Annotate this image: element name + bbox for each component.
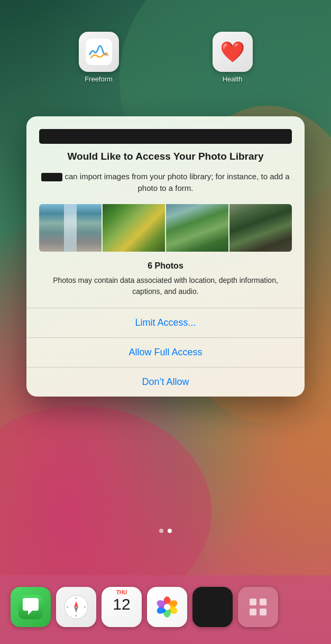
svg-rect-0 [86,39,112,65]
health-app[interactable]: ❤️ Health [213,32,253,83]
dialog-content: Would Like to Access Your Photo Library … [26,116,305,308]
photo-cell-3 [166,204,228,252]
photos-info: Photos may contain data associated with … [39,275,292,308]
dock-grid-icon[interactable] [238,587,278,627]
photo-cell-1 [39,204,102,252]
svg-rect-17 [250,599,256,605]
photo-cell-4 [229,204,292,252]
page-dot-1 [159,529,163,533]
dialog-description: can import images from your photo librar… [39,171,292,195]
calendar-inner: THU 12 [102,587,142,627]
dock-messages-icon[interactable] [11,587,51,627]
app-name-inline-redacted [41,173,62,181]
page-dots [0,529,331,533]
photos-count: 6 Photos [39,261,292,271]
health-icon: ❤️ [213,32,253,72]
dont-allow-button[interactable]: Don’t Allow [26,367,305,397]
limit-access-button[interactable]: Limit Access... [26,308,305,338]
dock-photos-icon[interactable] [147,587,187,627]
svg-point-16 [164,604,170,610]
dialog-title: Would Like to Access Your Photo Library [39,150,292,163]
photo-leaves-img [103,204,165,252]
freeform-label: Freeform [85,75,113,83]
dialog-description-text: can import images from your photo librar… [65,172,289,193]
dock-calendar-icon[interactable]: THU 12 [102,587,142,627]
home-screen-icons: Freeform ❤️ Health [0,32,331,83]
freeform-app[interactable]: Freeform [79,32,119,83]
allow-full-access-button[interactable]: Allow Full Access [26,338,305,367]
svg-point-3 [67,597,86,617]
calendar-day: 12 [113,595,130,613]
dock: THU 12 [0,575,331,644]
photo-grass-img [166,204,228,252]
photo-grid [39,204,292,252]
dock-safari-icon[interactable] [56,587,96,627]
app-name-redacted [39,129,292,144]
photo-rocks-img [229,204,292,252]
calendar-month: THU [116,590,127,595]
svg-rect-20 [260,609,266,615]
photo-cell-2 [103,204,165,252]
health-label: Health [223,75,243,83]
svg-rect-19 [250,609,256,615]
dock-redacted-icon[interactable] [192,587,233,627]
svg-rect-18 [260,599,266,605]
photo-waterfall-img [39,204,102,252]
dialog-buttons: Limit Access... Allow Full Access Don’t … [26,308,305,397]
permission-dialog: Would Like to Access Your Photo Library … [26,116,305,397]
page-dot-2 [168,529,172,533]
freeform-icon [79,32,119,72]
